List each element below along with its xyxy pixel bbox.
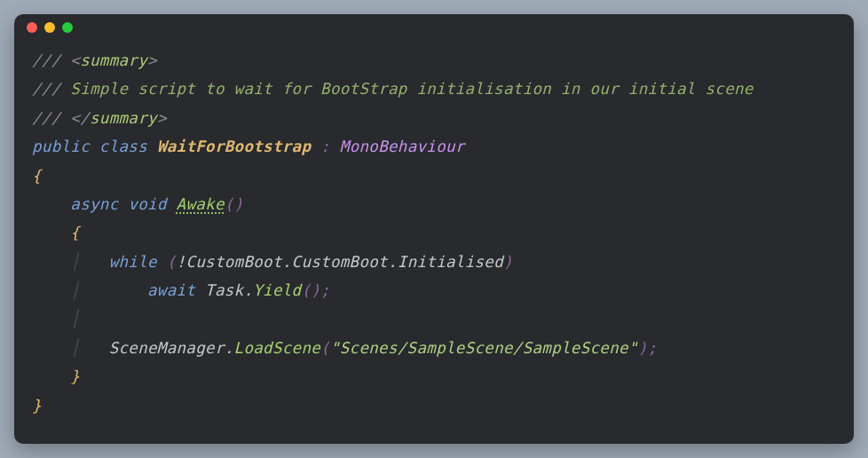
code-line-6: async void Awake() [32,195,243,213]
close-icon[interactable] [27,22,37,33]
code-line-9: │ await Task.Yield(); [32,281,330,299]
minimize-icon[interactable] [44,22,55,33]
code-line-11: │ SceneManager.LoadScene("Scenes/SampleS… [32,339,657,357]
code-line-2: /// Simple script to wait for BootStrap … [32,80,754,98]
maximize-icon[interactable] [62,22,73,33]
code-window: /// <summary> /// Simple script to wait … [14,14,854,444]
code-area: /// <summary> /// Simple script to wait … [14,41,854,438]
code-line-5: { [32,167,42,185]
code-line-4: public class WaitForBootstrap : MonoBeha… [32,138,465,155]
code-line-12: } [32,367,80,385]
code-line-10: │ [32,310,80,328]
code-line-1: /// <summary> [32,51,157,69]
titlebar [14,14,854,41]
code-line-8: │ while (!CustomBoot.CustomBoot.Initiali… [32,253,513,271]
code-line-13: } [32,397,42,415]
code-line-3: /// </summary> [32,109,167,127]
code-line-7: { [32,224,80,241]
